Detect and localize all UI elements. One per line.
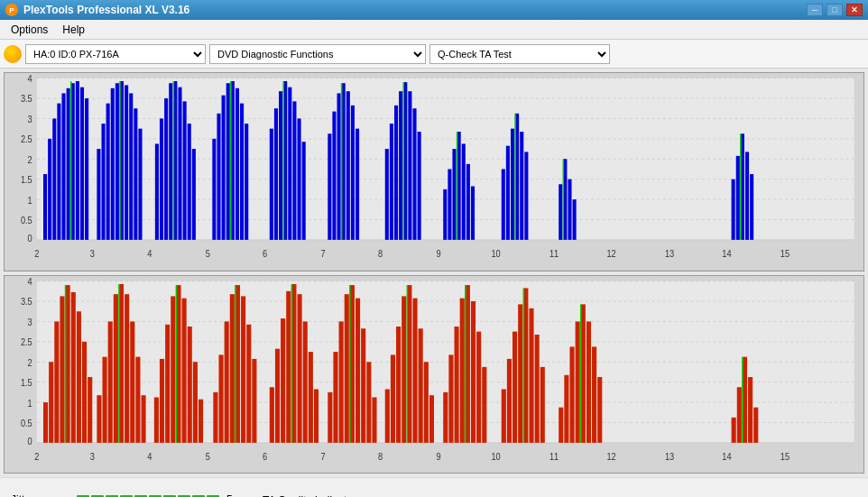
svg-text:1.5: 1.5 [21,175,32,185]
svg-text:4: 4 [147,451,152,461]
svg-rect-124 [745,152,749,239]
svg-text:14: 14 [722,451,732,461]
svg-rect-103 [452,149,456,240]
drive-selector[interactable]: HA:0 ID:0 PX-716A [25,44,206,64]
svg-rect-109 [502,169,505,239]
svg-rect-240 [507,358,512,442]
svg-text:13: 13 [665,249,674,259]
svg-rect-215 [356,298,360,442]
svg-rect-82 [302,142,306,240]
svg-text:11: 11 [549,451,559,461]
svg-rect-80 [292,101,296,240]
svg-rect-196 [241,296,245,442]
svg-rect-193 [225,321,229,442]
svg-rect-47 [106,104,110,240]
svg-rect-210 [328,391,332,442]
svg-rect-249 [564,374,568,442]
svg-rect-52 [129,93,133,239]
ta-quality-label: TA Quality Indicator: [263,494,359,498]
svg-rect-244 [529,308,533,442]
svg-text:2.5: 2.5 [21,134,32,144]
svg-rect-254 [592,346,596,442]
svg-text:7: 7 [321,249,326,259]
svg-rect-175 [119,283,124,442]
svg-rect-191 [213,391,217,442]
maximize-button[interactable]: □ [826,4,843,16]
menu-help[interactable]: Help [55,22,92,38]
svg-rect-163 [54,321,59,442]
svg-rect-245 [535,334,540,442]
svg-text:0: 0 [28,234,32,244]
svg-text:9: 9 [437,451,441,461]
svg-rect-121 [732,179,735,240]
svg-rect-88 [346,91,350,240]
svg-text:3.5: 3.5 [21,297,32,307]
svg-rect-251 [576,321,580,442]
svg-rect-260 [748,377,753,443]
svg-rect-51 [125,85,128,239]
drive-icon [4,45,22,63]
svg-rect-69 [226,83,230,240]
svg-rect-71 [235,88,239,240]
svg-rect-116 [559,184,562,240]
svg-rect-258 [737,387,742,443]
ta-quality-section: TA Quality Indicator: Excellent [263,494,737,498]
svg-rect-172 [103,356,107,442]
function-selector[interactable]: DVD Diagnostic Functions [209,44,426,64]
svg-rect-72 [240,104,244,240]
svg-text:3: 3 [90,249,95,259]
bottom-chart-svg: 4 3.5 3 2.5 2 1.5 1 0.5 0 2 3 4 5 6 7 8 … [5,276,863,474]
svg-text:11: 11 [549,249,559,259]
svg-rect-231 [448,354,453,442]
svg-text:9: 9 [437,249,441,259]
svg-rect-207 [309,352,313,443]
app-title: PlexTools Professional XL V3.16 [23,4,189,16]
title-bar-left: P PlexTools Professional XL V3.16 [5,4,189,16]
bottom-panel: Jitter: 5 Peak Shift: [0,477,868,497]
svg-rect-49 [115,83,119,240]
svg-rect-164 [60,296,64,442]
svg-rect-187 [188,327,192,443]
svg-rect-183 [165,324,170,442]
minimize-button[interactable]: ─ [807,4,823,16]
svg-rect-61 [178,87,181,240]
svg-rect-110 [506,146,510,240]
svg-rect-161 [43,402,48,443]
svg-rect-206 [303,321,308,442]
svg-rect-76 [274,108,278,240]
svg-rect-62 [183,101,187,240]
svg-rect-97 [408,91,411,240]
svg-rect-79 [288,87,291,240]
svg-rect-45 [97,149,100,240]
svg-rect-192 [218,354,223,442]
svg-rect-222 [396,327,401,443]
toolbar: HA:0 ID:0 PX-716A DVD Diagnostic Functio… [0,40,868,69]
bottom-chart: 4 3.5 3 2.5 2 1.5 1 0.5 0 2 3 4 5 6 7 8 … [4,275,864,474]
test-selector[interactable]: Q-Check TA Test [429,44,610,64]
svg-rect-203 [286,290,291,442]
close-button[interactable]: ✕ [846,4,863,16]
svg-rect-37 [57,104,60,240]
svg-rect-36 [52,118,56,239]
svg-rect-261 [753,407,758,442]
menu-options[interactable]: Options [4,22,55,38]
svg-rect-217 [366,362,371,443]
svg-rect-64 [192,149,196,240]
svg-text:0: 0 [28,436,32,446]
svg-rect-237 [482,366,486,442]
svg-text:2: 2 [28,154,32,164]
svg-rect-53 [134,108,137,240]
title-bar-controls[interactable]: ─ □ ✕ [807,4,863,16]
svg-text:7: 7 [321,451,326,461]
svg-rect-173 [108,321,113,442]
svg-rect-63 [188,124,191,240]
svg-text:6: 6 [263,249,267,259]
svg-text:8: 8 [378,249,383,259]
svg-rect-220 [385,389,390,442]
svg-rect-188 [193,362,198,443]
svg-rect-81 [297,118,300,239]
svg-rect-257 [732,417,736,442]
svg-text:6: 6 [263,451,267,461]
svg-text:4: 4 [147,249,152,259]
svg-rect-43 [85,98,88,240]
